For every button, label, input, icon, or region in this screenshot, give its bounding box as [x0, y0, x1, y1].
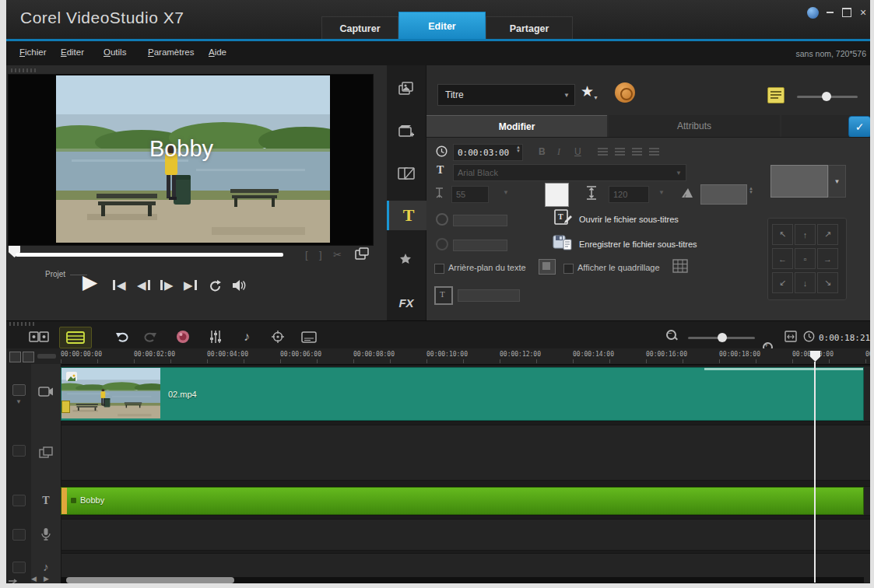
align-grid-button-7[interactable]: ↓ [795, 272, 816, 293]
enlarge-preview-icon[interactable] [355, 247, 369, 263]
voice-track-icon[interactable] [31, 527, 61, 541]
nav-media-icon[interactable] [387, 74, 426, 103]
scrubber-bar[interactable] [16, 253, 283, 257]
align-grid-button-1[interactable]: ↑ [795, 224, 816, 245]
scroll-left-arrow[interactable]: ◀ [31, 575, 37, 583]
align-grid-button-8[interactable]: ↘ [817, 272, 838, 293]
step-tab-partager[interactable]: Partager [486, 16, 573, 40]
step-tab-capturer[interactable]: Capturer [321, 16, 398, 40]
border-shadow-icon[interactable]: T [434, 286, 453, 305]
video-track-icon[interactable] [31, 386, 61, 397]
menu-parametres[interactable]: Paramètres [148, 47, 194, 57]
ruler-corner-icon-2[interactable] [23, 352, 34, 362]
align-grid-button-4[interactable]: ▫ [795, 248, 816, 269]
menu-outils[interactable]: Outils [104, 47, 126, 57]
title-preset-dropdown[interactable]: ▼ [828, 165, 846, 198]
repeat-button[interactable] [209, 279, 223, 296]
scroll-right-arrow[interactable]: ▶ [44, 575, 49, 583]
home-button[interactable]: ◀ [113, 280, 126, 290]
redo-button[interactable] [139, 327, 162, 347]
show-grid-checkbox[interactable] [563, 264, 574, 274]
angle-spinner[interactable]: ▲▼ [749, 187, 753, 194]
overlay-track-toggle[interactable] [6, 445, 31, 457]
end-button[interactable]: ▶ [184, 280, 197, 290]
nav-transition-icon[interactable] [387, 159, 426, 188]
previous-frame-button[interactable]: ◀ [137, 280, 150, 290]
align-grid-button-3[interactable]: ← [772, 248, 793, 269]
voice-track-lane[interactable] [61, 519, 872, 551]
align-center-icon[interactable] [615, 148, 625, 156]
music-track-icon[interactable]: ♪ [31, 560, 61, 573]
save-subtitle-icon[interactable] [553, 233, 573, 254]
subtitle-editor-button[interactable] [297, 327, 321, 347]
font-name-dropdown[interactable]: Arial Black ▼ [453, 164, 686, 181]
save-subtitle-label[interactable]: Enregistrer le fichier sous-titres [579, 240, 697, 249]
storyboard-view-button[interactable] [23, 327, 54, 347]
play-button[interactable]: ▶ [82, 271, 97, 293]
timeline-zoom-knob[interactable] [718, 333, 727, 342]
fit-project-button[interactable] [784, 331, 797, 345]
grid-options-icon[interactable] [672, 259, 688, 276]
apply-check-button[interactable]: ✓ [848, 116, 871, 138]
nav-filter-fx-icon[interactable]: FX [387, 288, 426, 317]
next-frame-button[interactable]: ▶ [160, 280, 174, 290]
timeline-scrollbar-thumb[interactable] [66, 577, 234, 583]
sound-mixer-button[interactable] [204, 327, 227, 347]
playhead-line[interactable] [814, 362, 816, 583]
open-subtitle-label[interactable]: Ouvrir le fichier sous-titres [579, 215, 679, 224]
close-button[interactable]: × [857, 6, 869, 19]
title-track-icon[interactable]: T [31, 495, 61, 507]
tab-modifier[interactable]: Modifier [426, 115, 607, 138]
title-preset-swatch[interactable] [770, 165, 828, 198]
overlay-track-lane[interactable] [61, 425, 872, 481]
align-grid-button-2[interactable]: ↗ [817, 224, 838, 245]
underline-button[interactable]: U [574, 146, 581, 157]
maximize-button[interactable] [841, 6, 853, 19]
minimize-button[interactable] [823, 6, 836, 19]
duration-spinner[interactable]: ▲▼ [516, 145, 521, 153]
align-right-icon[interactable] [632, 148, 642, 156]
record-capture-button[interactable] [171, 327, 195, 347]
text-backdrop-label[interactable]: Arrière-plan du texte [448, 263, 526, 272]
title-clip-trim-handle[interactable] [61, 488, 67, 514]
help-sphere-icon[interactable] [807, 7, 819, 19]
voice-track-toggle[interactable] [6, 529, 31, 541]
auto-music-button[interactable]: ♪ [235, 327, 258, 347]
bold-button[interactable]: B [539, 146, 546, 157]
text-color-swatch[interactable] [545, 183, 569, 207]
browse-media-orange-icon[interactable] [615, 82, 635, 103]
menu-fichier[interactable]: Fichier [19, 47, 47, 57]
undo-button[interactable] [111, 327, 134, 347]
overlay-track-icon[interactable] [31, 446, 61, 458]
nav-title-icon[interactable]: T [387, 201, 428, 230]
step-tab-editer[interactable]: Editer [398, 12, 486, 40]
track-selector-caret-icon[interactable]: ▼ [6, 398, 31, 405]
timeline-view-button[interactable] [59, 327, 92, 348]
line-spacing-dropdown[interactable]: 120 [609, 186, 649, 203]
mark-out-icon[interactable]: ] [319, 249, 322, 261]
track-selector-toggle[interactable] [6, 384, 31, 396]
gallery-category-dropdown[interactable]: Titre ▼ [437, 84, 575, 106]
show-grid-label[interactable]: Afficher le quadrillage [577, 263, 660, 272]
align-grid-button-6[interactable]: ↙ [772, 272, 793, 293]
thumbnail-size-knob[interactable] [822, 92, 831, 101]
align-grid-button-5[interactable]: → [817, 248, 838, 269]
nav-instant-project-icon[interactable] [387, 117, 426, 146]
video-clip[interactable]: 02.mp4 [61, 367, 864, 421]
title-track-toggle[interactable] [6, 495, 31, 506]
mark-in-icon[interactable]: [ [305, 249, 308, 261]
volume-button[interactable] [232, 279, 247, 295]
title-clip[interactable]: Bobby [61, 487, 864, 515]
align-left-icon[interactable] [598, 148, 608, 156]
text-angle-input[interactable] [700, 184, 747, 205]
menu-editer[interactable]: Editer [61, 47, 84, 57]
motion-tracking-button[interactable] [266, 327, 290, 347]
italic-button[interactable]: I [557, 146, 560, 158]
font-size-caret-icon[interactable]: ▼ [503, 189, 509, 196]
align-justify-icon[interactable] [649, 148, 659, 156]
tab-attributs[interactable]: Attributs [609, 115, 780, 137]
list-view-icon[interactable] [767, 87, 784, 103]
align-grid-button-0[interactable]: ↖ [772, 224, 793, 245]
menu-aide[interactable]: Aide [209, 47, 226, 57]
line-spacing-caret-icon[interactable]: ▼ [658, 189, 665, 196]
